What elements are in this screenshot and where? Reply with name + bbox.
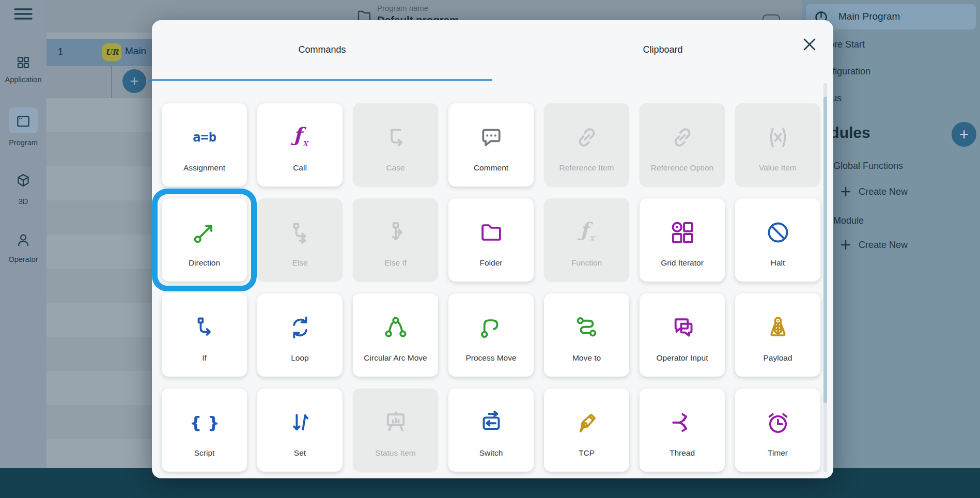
command-tile-label: If	[162, 353, 247, 363]
command-tile-script[interactable]: { }Script	[162, 388, 247, 472]
case-icon	[353, 122, 438, 152]
command-tile-loop[interactable]: Loop	[257, 293, 343, 377]
command-tile-label: Set	[257, 448, 343, 458]
command-tile-reference-option: Reference Option	[640, 103, 725, 186]
panel-group-module[interactable]: Module	[833, 215, 864, 226]
person-icon	[14, 231, 32, 249]
grid-icon	[14, 54, 32, 71]
else-icon	[257, 217, 343, 247]
command-tile-halt[interactable]: Halt	[735, 198, 820, 282]
svg-text:x: x	[589, 232, 596, 244]
set-icon	[257, 408, 343, 438]
command-tile-move-to[interactable]: Move to	[544, 293, 629, 377]
if-icon	[162, 313, 247, 343]
active-tab-underline	[152, 79, 492, 81]
switch-icon	[448, 408, 534, 438]
value-item-icon	[735, 122, 820, 152]
command-tile-operator-input[interactable]: Operator Input	[640, 293, 725, 377]
command-tile-label: Value Item	[735, 163, 820, 173]
command-tile-call[interactable]: ƒxCall	[257, 103, 343, 186]
command-tile-value-item: Value Item	[735, 103, 820, 186]
command-tile-label: Assignment	[162, 163, 247, 173]
comment-icon	[448, 122, 534, 152]
thread-icon	[640, 408, 725, 438]
command-tile-else-if: Else If	[353, 198, 438, 282]
create-new-button[interactable]: Create New	[840, 239, 908, 251]
command-tile-function: ƒxFunction	[544, 198, 629, 282]
circular-arc-move-icon	[353, 313, 438, 343]
loop-icon	[257, 313, 343, 343]
command-tile-if[interactable]: If	[162, 293, 247, 377]
sidebar-item-label: Program	[0, 138, 46, 147]
timer-icon	[735, 408, 820, 438]
command-tile-process-move[interactable]: Process Move	[448, 293, 534, 377]
create-new-button[interactable]: Create New	[840, 186, 908, 197]
command-tile-comment[interactable]: Comment	[448, 103, 534, 186]
svg-text:{ }: { }	[190, 413, 220, 432]
command-tile-label: Thread	[640, 448, 725, 458]
modal-scrollbar-thumb[interactable]	[823, 97, 827, 403]
svg-text:a=b: a=b	[193, 129, 216, 145]
command-tile-label: TCP	[544, 448, 629, 458]
assignment-icon: a=b	[162, 122, 247, 152]
command-tile-tcp[interactable]: TCP	[544, 388, 629, 472]
add-module-button[interactable]: +	[952, 122, 976, 147]
command-tile-switch[interactable]: Switch	[448, 388, 534, 472]
grid-iterator-icon	[640, 217, 725, 247]
command-tile-direction[interactable]: Direction	[162, 198, 247, 282]
command-tile-grid-iterator[interactable]: Grid Iterator	[640, 198, 725, 282]
tcp-icon	[544, 408, 629, 438]
hamburger-menu-button[interactable]	[10, 5, 37, 23]
halt-icon	[735, 217, 820, 247]
program-node-label: Main	[125, 45, 146, 57]
command-tile-label: Direction	[162, 258, 247, 268]
cube-icon	[14, 172, 32, 189]
link-icon	[544, 122, 629, 152]
command-tile-label: Folder	[448, 258, 534, 268]
command-tile-label: Case	[353, 163, 438, 173]
command-tile-circular-arc-move[interactable]: Circular Arc Move	[353, 293, 438, 377]
right-panel-title: Main Program	[838, 11, 900, 22]
window-icon	[14, 113, 32, 130]
payload-icon	[735, 313, 820, 343]
link-icon	[640, 122, 725, 152]
command-tile-label: Function	[544, 258, 629, 268]
tab-commands[interactable]: Commands	[152, 20, 492, 79]
command-tile-label: Grid Iterator	[640, 258, 725, 268]
command-tile-else: Else	[257, 198, 343, 282]
create-new-label: Create New	[859, 240, 908, 251]
folder-icon	[448, 217, 534, 247]
script-icon: { }	[162, 408, 247, 438]
panel-group-global-functions[interactable]: Global Functions	[833, 161, 903, 172]
ur-badge: UR	[102, 43, 121, 61]
command-tile-folder[interactable]: Folder	[448, 198, 534, 282]
move-to-icon	[544, 313, 629, 343]
operator-input-icon	[640, 313, 725, 343]
command-tile-label: Loop	[257, 353, 343, 363]
command-tile-timer[interactable]: Timer	[735, 388, 820, 472]
status-item-icon	[353, 408, 438, 438]
command-picker-modal: Commands Clipboard a=bAssignmentƒxCallCa…	[152, 20, 833, 478]
command-tile-assignment[interactable]: a=bAssignment	[162, 103, 247, 186]
command-tile-label: Status Item	[353, 448, 438, 458]
command-tile-label: Payload	[735, 353, 820, 363]
close-icon[interactable]	[802, 37, 817, 52]
command-tile-set[interactable]: Set	[257, 388, 343, 472]
command-tile-label: Timer	[735, 448, 820, 458]
tab-clipboard[interactable]: Clipboard	[492, 20, 833, 79]
program-name-label: Program name	[377, 4, 428, 12]
sidebar-item-label: Operator	[0, 255, 46, 263]
command-tile-label: Operator Input	[640, 353, 725, 363]
command-tile-label: Process Move	[448, 353, 534, 363]
command-tile-thread[interactable]: Thread	[640, 388, 725, 472]
sidebar-item-label: Application	[0, 75, 46, 84]
direction-icon	[162, 217, 247, 247]
else-if-icon	[353, 217, 438, 247]
command-tile-label: Halt	[735, 258, 820, 268]
command-tile-label: Circular Arc Move	[353, 353, 438, 363]
command-tile-payload[interactable]: Payload	[735, 293, 820, 377]
command-tile-label: Comment	[448, 163, 534, 173]
add-command-button[interactable]: +	[122, 69, 146, 93]
command-grid: a=bAssignmentƒxCallCaseCommentReference …	[162, 103, 820, 472]
call-icon: ƒx	[257, 122, 343, 152]
